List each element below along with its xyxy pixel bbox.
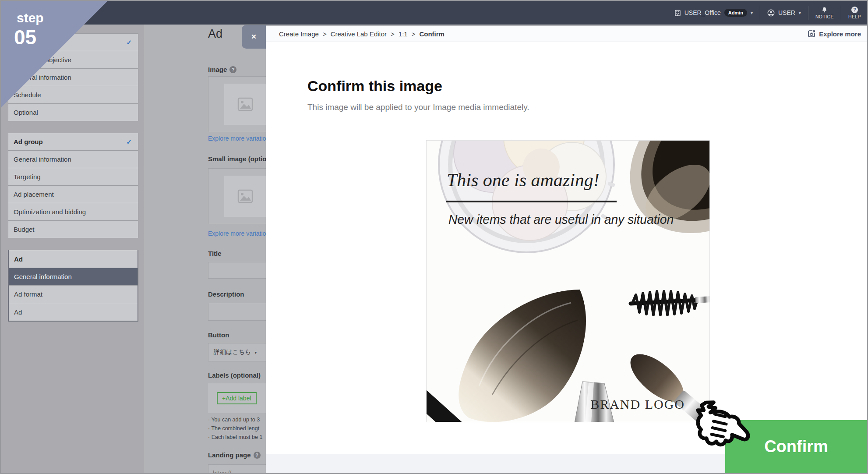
home-export-icon — [807, 29, 816, 38]
description-label-text: Description — [208, 290, 244, 298]
sidebar-item-label: Budget — [14, 226, 35, 233]
button-label-text: Button — [208, 331, 229, 339]
check-icon: ✓ — [126, 138, 132, 146]
step-number: 05 — [14, 25, 36, 49]
sidebar-item-label: Ad placement — [14, 191, 54, 198]
help-button[interactable]: ? HELP — [848, 7, 861, 19]
sidebar-item-ad-group[interactable]: Ad group ✓ — [8, 133, 138, 151]
ad-headline: This one is amazing! — [447, 170, 622, 191]
sidebar-item-targeting[interactable]: Targeting — [8, 168, 138, 186]
notice-button[interactable]: NOTICE — [815, 7, 834, 19]
sidebar-item-schedule[interactable]: Schedule — [8, 86, 138, 104]
help-icon[interactable]: ? — [254, 452, 261, 459]
hand-cursor-icon — [685, 396, 759, 458]
person-icon — [767, 9, 775, 17]
modal-subheading: This image will be applied to your Image… — [307, 103, 529, 112]
breadcrumb-create-image[interactable]: Create Image — [279, 30, 319, 38]
close-icon: ✕ — [251, 33, 257, 41]
screenshot-canvas: USER_Office Admin ▾ USER ▾ NOTICE ? HELP — [0, 0, 868, 474]
chevron-down-icon: ▾ — [799, 11, 801, 15]
office-switcher[interactable]: USER_Office Admin ▾ — [674, 9, 753, 17]
image-label-text: Image — [208, 66, 227, 73]
help-label: HELP — [848, 14, 861, 19]
labels-label-text: Labels (optional) — [208, 371, 261, 379]
user-name: USER — [778, 9, 795, 16]
sidebar-item-label: Optimization and bidding — [14, 208, 86, 216]
landing-label-text: Landing page — [208, 451, 251, 459]
button-field-label: Button — [208, 331, 229, 339]
topbar-divider — [760, 6, 760, 20]
title-label-text: Title — [208, 250, 222, 257]
close-panel-tab[interactable]: ✕ — [242, 25, 266, 49]
chevron-down-icon: ▾ — [254, 350, 257, 355]
user-menu[interactable]: USER ▾ — [767, 9, 801, 17]
sidebar-item-label: Schedule — [14, 91, 41, 99]
title-field-label: Title — [208, 250, 222, 257]
explore-variations-link-2[interactable]: Explore more variations — [208, 230, 272, 237]
topbar-divider — [808, 6, 808, 20]
confirm-button-label: Confirm — [764, 437, 828, 456]
modal-heading: Confirm this image — [307, 78, 442, 95]
sidebar-item-ad-format[interactable]: Ad format — [9, 285, 138, 303]
top-bar: USER_Office Admin ▾ USER ▾ NOTICE ? HELP — [1, 1, 867, 25]
ad-subheadline: New items that are useful in any situati… — [448, 212, 674, 227]
image-placeholder — [224, 84, 267, 125]
sidebar-item-budget[interactable]: Budget — [8, 220, 138, 238]
image-placeholder — [224, 176, 267, 217]
sidebar-item-ad-placement[interactable]: Ad placement — [8, 185, 138, 203]
image-icon — [237, 97, 253, 111]
explore-more-link[interactable]: Explore more — [807, 29, 861, 38]
image-icon — [237, 189, 253, 203]
ad-form-title: Ad — [208, 27, 222, 41]
help-icon[interactable]: ? — [229, 66, 236, 73]
sidebar-item-label: Ad format — [14, 290, 42, 298]
breadcrumb: Create Image > Creative Lab Editor > 1:1… — [279, 30, 445, 38]
question-icon: ? — [851, 7, 858, 13]
steps-sidebar: Campaign ✓ Campaign objective General in… — [1, 25, 144, 473]
ad-headline-underline — [446, 201, 617, 202]
sidebar-item-label: Ad — [14, 255, 23, 263]
label-note-3: · Each label must be 1 — [208, 433, 262, 442]
sidebar-item-label: General information — [14, 273, 72, 280]
role-badge: Admin — [724, 9, 747, 17]
label-note-1: · You can add up to 3 — [208, 415, 260, 424]
notice-label: NOTICE — [815, 14, 834, 19]
breadcrumb-bar: Create Image > Creative Lab Editor > 1:1… — [266, 26, 868, 42]
building-icon — [674, 10, 681, 16]
sidebar-item-ad2[interactable]: Ad — [9, 303, 138, 321]
step-label: step — [17, 11, 44, 25]
sidebar-item-label: General information — [14, 156, 71, 163]
brand-logo-text: BRAND LOGO — [590, 397, 685, 412]
label-note-2: · The combined lengt — [208, 424, 259, 433]
office-name: USER_Office — [685, 9, 721, 16]
sidebar-item-label: Ad — [14, 308, 22, 316]
breadcrumb-separator: > — [391, 30, 395, 38]
sidebar-item-ad[interactable]: Ad — [9, 250, 138, 268]
sidebar-item-optional[interactable]: Optional — [8, 103, 138, 121]
sidebar-item-label: Targeting — [14, 173, 41, 180]
explore-more-label: Explore more — [819, 30, 861, 38]
sidebar-item-general-information-selected[interactable]: General information — [9, 268, 138, 286]
breadcrumb-separator: > — [412, 30, 416, 38]
add-label-button[interactable]: +Add label — [217, 392, 257, 404]
sidebar-item-label: Optional — [14, 109, 38, 116]
button-select-value: 詳細はこちら — [214, 348, 251, 356]
bell-icon — [821, 7, 828, 13]
ad-section: Ad General information Ad format Ad — [8, 250, 138, 322]
confirm-modal: Create Image > Creative Lab Editor > 1:1… — [266, 26, 868, 454]
labels-field-label: Labels (optional) — [208, 371, 261, 379]
check-icon: ✓ — [126, 39, 132, 46]
sidebar-item-general-information[interactable]: General information — [8, 150, 138, 168]
breadcrumb-separator: > — [323, 30, 327, 38]
breadcrumb-creative-lab-editor[interactable]: Creative Lab Editor — [331, 30, 387, 38]
breadcrumb-ratio[interactable]: 1:1 — [399, 30, 408, 38]
topbar-divider — [841, 6, 841, 20]
chevron-down-icon: ▾ — [751, 11, 753, 15]
landing-page-field-label: Landing page ? — [208, 451, 261, 459]
ad-group-section: Ad group ✓ General information Targeting… — [8, 133, 138, 238]
explore-variations-link[interactable]: Explore more variations — [208, 135, 272, 142]
sidebar-item-optimization-and-bidding[interactable]: Optimization and bidding — [8, 203, 138, 221]
ad-image-preview: This one is amazing! New items that are … — [426, 140, 710, 422]
image-field-label: Image ? — [208, 66, 236, 73]
description-field-label: Description — [208, 290, 244, 298]
